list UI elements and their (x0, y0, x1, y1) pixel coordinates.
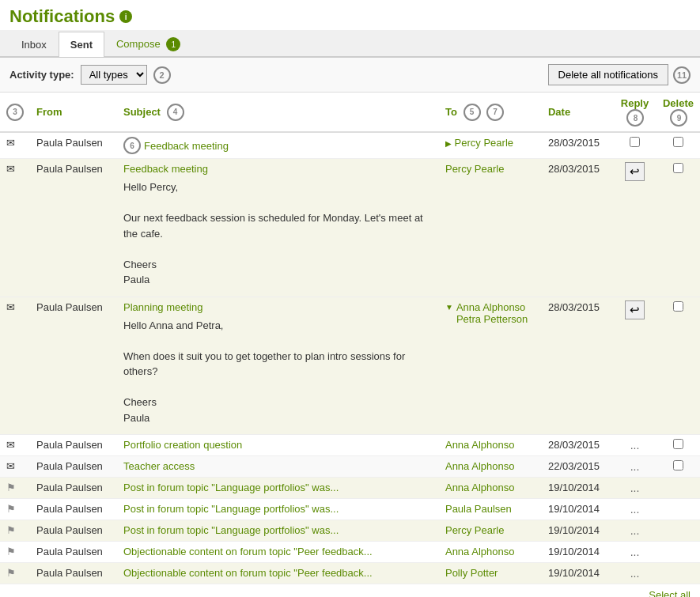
row-icon-cell: ✉ (0, 297, 30, 435)
row-icon-cell: ⚑ (0, 478, 30, 499)
subject-cell: Planning meeting Hello Anna and Petra, W… (117, 297, 439, 435)
subject-link[interactable]: Post in forum topic "Language portfolios… (123, 482, 339, 493)
to-link[interactable]: Paula Paulsen (445, 503, 512, 515)
to-cell: ▶ Percy Pearle (439, 132, 542, 159)
row-icon-cell: ⚑ (0, 542, 30, 563)
to-link[interactable]: Anna Alphonso (445, 439, 514, 451)
to-link[interactable]: Anna Alphonso (445, 460, 514, 472)
to-link[interactable]: Petra Petterson (456, 313, 528, 325)
to-link[interactable]: Percy Pearle (445, 163, 504, 175)
subject-link[interactable]: Feedback meeting (123, 163, 208, 175)
from-cell: Paula Paulsen (30, 132, 117, 159)
delete-cell (656, 478, 700, 499)
subject-link[interactable]: Planning meeting (123, 301, 202, 313)
select-all-link[interactable]: Select all (649, 589, 691, 597)
delete-cell (656, 456, 700, 478)
date-cell: 22/03/2015 (542, 456, 613, 478)
to-link[interactable]: Anna Alphonso (445, 482, 514, 493)
to-link[interactable]: Anna Alphonso (456, 301, 525, 313)
delete-checkbox[interactable] (673, 439, 683, 449)
annotation-11: 11 (673, 66, 691, 84)
subject-link[interactable]: Post in forum topic "Language portfolios… (123, 524, 339, 536)
reply-dots[interactable]: ... (630, 460, 640, 473)
row-icon-cell: ✉ (0, 132, 30, 159)
delete-cell (656, 297, 700, 435)
table-row: ⚑ Paula Paulsen Objectionable content on… (0, 563, 700, 584)
annotation-5: 5 (464, 104, 481, 121)
table-body: ✉ Paula Paulsen 6 Feedback meeting ▶ Per… (0, 132, 700, 584)
delete-cell (656, 542, 700, 563)
date-cell: 19/10/2014 (542, 520, 613, 542)
reply-dots[interactable]: ... (630, 482, 640, 494)
annotation-3: 3 (6, 104, 24, 121)
table-row: ⚑ Paula Paulsen Objectionable content on… (0, 542, 700, 563)
from-cell: Paula Paulsen (30, 542, 117, 563)
to-link[interactable]: Anna Alphonso (445, 546, 514, 557)
to-link[interactable]: Percy Pearle (455, 137, 513, 149)
subject-link[interactable]: Objectionable content on forum topic "Pe… (123, 546, 373, 557)
reply-checkbox[interactable] (630, 137, 640, 147)
reply-dots[interactable]: ... (630, 439, 640, 452)
table-row: ⚑ Paula Paulsen Post in forum topic "Lan… (0, 520, 700, 542)
subject-link[interactable]: Portfolio creation question (123, 439, 242, 451)
envelope-icon: ✉ (6, 301, 15, 313)
delete-cell (656, 159, 700, 297)
to-cell: ▼ Anna Alphonso Petra Petterson (439, 297, 542, 435)
date-cell: 19/10/2014 (542, 478, 613, 499)
col-delete-header: Delete 9 (656, 93, 700, 132)
flag-icon: ⚑ (6, 482, 16, 493)
envelope-icon: ✉ (6, 439, 15, 451)
subject-link[interactable]: Teacher access (123, 460, 195, 472)
to-link[interactable]: Percy Pearle (445, 524, 504, 536)
activity-type-select[interactable]: All types (81, 65, 147, 85)
message-body: Hello Anna and Petra, When does it suit … (123, 313, 433, 431)
activity-type-label: Activity type: (9, 69, 74, 81)
reply-dots[interactable]: ... (630, 567, 640, 580)
reply-cell: ... (613, 456, 656, 478)
subject-cell: 6 Feedback meeting (117, 132, 439, 159)
reply-dots[interactable]: ... (630, 524, 640, 537)
subject-link[interactable]: Objectionable content on forum topic "Pe… (123, 567, 373, 579)
reply-cell: ... (613, 563, 656, 584)
date-cell: 19/10/2014 (542, 499, 613, 520)
annotation-6: 6 (123, 137, 141, 154)
subject-cell: Objectionable content on forum topic "Pe… (117, 563, 439, 584)
reply-dots[interactable]: ... (630, 503, 640, 516)
from-cell: Paula Paulsen (30, 520, 117, 542)
tab-sent[interactable]: Sent (59, 32, 104, 57)
delete-all-notifications-button[interactable]: Delete all notifications (548, 64, 668, 85)
tab-inbox[interactable]: Inbox (9, 32, 59, 57)
envelope-icon: ✉ (6, 163, 15, 175)
col-from-header: From (30, 93, 117, 132)
row-icon-cell: ⚑ (0, 563, 30, 584)
subject-cell: Feedback meeting Hello Percy, Our next f… (117, 159, 439, 297)
subject-cell: Post in forum topic "Language portfolios… (117, 478, 439, 499)
select-all-row: Select all (0, 584, 700, 597)
to-cell: Anna Alphonso (439, 435, 542, 456)
annotation-2: 2 (153, 66, 171, 84)
row-icon-cell: ✉ (0, 456, 30, 478)
title-info-icon[interactable]: i (119, 10, 132, 23)
delete-cell (656, 520, 700, 542)
reply-button[interactable]: ↩ (625, 300, 645, 319)
delete-checkbox[interactable] (673, 163, 683, 173)
subject-cell: Post in forum topic "Language portfolios… (117, 520, 439, 542)
delete-cell (656, 435, 700, 456)
to-cell: Anna Alphonso (439, 478, 542, 499)
reply-cell: ↩ (613, 297, 656, 435)
annotation-9: 9 (670, 109, 687, 127)
delete-checkbox[interactable] (673, 460, 683, 470)
col-to-header: To 5 7 (439, 93, 542, 132)
delete-checkbox[interactable] (673, 301, 683, 312)
table-row: ✉ Paula Paulsen Planning meeting Hello A… (0, 297, 700, 435)
subject-link[interactable]: Post in forum topic "Language portfolios… (123, 503, 339, 515)
reply-button[interactable]: ↩ (625, 162, 645, 181)
reply-dots[interactable]: ... (630, 546, 640, 558)
subject-link[interactable]: Feedback meeting (144, 140, 229, 152)
flag-icon: ⚑ (6, 524, 16, 536)
col-reply-header: Reply 8 (613, 93, 656, 132)
to-link[interactable]: Polly Potter (445, 567, 498, 579)
tab-compose[interactable]: Compose 1 (104, 30, 192, 58)
delete-checkbox[interactable] (673, 137, 683, 147)
table-row: ✉ Paula Paulsen 6 Feedback meeting ▶ Per… (0, 132, 700, 159)
